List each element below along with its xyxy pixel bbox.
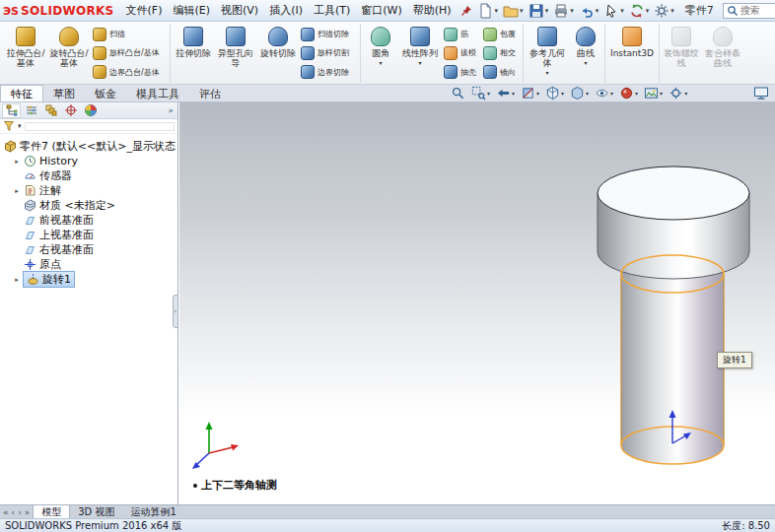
view-orientation-button[interactable]: ▾ — [543, 86, 566, 100]
tab-evaluate[interactable]: 评估 — [189, 85, 231, 101]
tab-motion-study-1[interactable]: 运动算例1 — [123, 505, 184, 518]
menu-view[interactable]: 视图(V) — [216, 1, 263, 20]
rebuild-button[interactable]: ▾ — [627, 2, 652, 20]
tree-item-front-plane[interactable]: 前视基准面 — [0, 213, 177, 228]
expand-arrow-icon[interactable]: ▸ — [13, 187, 21, 195]
hide-show-items-button[interactable]: ▾ — [593, 86, 615, 100]
tree-item-history[interactable]: ▸ History — [0, 154, 177, 168]
dimxpertmanager-tab[interactable] — [61, 103, 80, 118]
fullscreen-monitor-icon[interactable] — [753, 86, 769, 100]
rib-stack: 筋 拔模 抽壳 — [442, 24, 481, 83]
curves-button[interactable]: 曲线 ▾ — [569, 24, 602, 83]
zoom-area-button[interactable]: ▾ — [469, 86, 492, 100]
tab-model[interactable]: 模型 — [33, 505, 70, 518]
cosmetic-thread-button[interactable]: 装饰螺纹线 — [662, 24, 701, 83]
tab-3d-views[interactable]: 3D 视图 — [70, 505, 122, 518]
tree-item-top-plane[interactable]: 上视基准面 — [0, 228, 177, 242]
chevron-down-icon: ▾ — [495, 7, 499, 15]
extrude-boss-button[interactable]: 拉伸凸台/基体 — [4, 24, 47, 83]
panel-tabs-overflow-icon[interactable]: » — [168, 105, 176, 115]
revolve-cut-button[interactable]: 旋转切除 — [257, 24, 299, 83]
filter-funnel-icon[interactable] — [3, 120, 15, 132]
undo-button[interactable]: ▾ — [577, 2, 601, 20]
revolve-boss-button[interactable]: 旋转凸台/基体 — [47, 24, 91, 83]
propertymanager-tab[interactable] — [22, 103, 40, 118]
linear-pattern-button[interactable]: 线性阵列 ▾ — [398, 24, 442, 83]
menu-file[interactable]: 文件(F) — [121, 1, 168, 20]
panel-collapse-handle[interactable]: › — [173, 295, 178, 328]
tab-sketch[interactable]: 草图 — [43, 85, 85, 101]
shell-button[interactable]: 抽壳 — [442, 63, 481, 82]
tab-scroll-controls[interactable]: « ‹ › » — [0, 505, 33, 518]
boundary-boss-button[interactable]: 边界凸台/基体 — [91, 63, 168, 82]
menu-window[interactable]: 窗口(W) — [356, 1, 406, 20]
zoom-fit-button[interactable] — [449, 86, 467, 100]
menu-tools[interactable]: 工具(T) — [309, 1, 355, 20]
tab-mold-tools[interactable]: 模具工具 — [126, 85, 189, 101]
tab-scroll-next-icon[interactable]: › — [18, 507, 22, 517]
fillet-button[interactable]: 圆角 ▾ — [363, 24, 398, 83]
status-version-text: SOLIDWORKS Premium 2016 x64 版 — [5, 519, 181, 532]
tab-scroll-prev-icon[interactable]: ‹ — [12, 507, 16, 517]
chevron-down-icon: ▾ — [586, 90, 589, 97]
menu-insert[interactable]: 插入(I) — [264, 1, 308, 20]
open-button[interactable]: ▾ — [501, 2, 526, 20]
tree-item-origin[interactable]: 原点 — [0, 257, 177, 272]
display-style-button[interactable]: ▾ — [568, 86, 591, 100]
rib-button[interactable]: 筋 — [442, 25, 481, 43]
featuremanager-tree-tab[interactable] — [2, 103, 21, 118]
tree-filter-row: ▾ — [0, 119, 177, 134]
new-document-button[interactable]: ▾ — [476, 2, 501, 20]
loft-cut-button[interactable]: 放样切割 — [299, 43, 358, 62]
search-input[interactable] — [740, 5, 775, 16]
mirror-button[interactable]: 镜向 — [481, 63, 521, 82]
intersect-button[interactable]: 相交 — [481, 43, 521, 62]
view-settings-button[interactable]: ▾ — [667, 86, 689, 100]
model-scene[interactable] — [179, 102, 775, 504]
select-button[interactable]: ▾ — [601, 2, 626, 20]
edit-appearance-button[interactable]: ▾ — [617, 86, 640, 100]
sweep-boss-button[interactable]: 扫描 — [91, 25, 168, 43]
revolve1-solid[interactable] — [598, 166, 749, 464]
tab-features[interactable]: 特征 — [0, 85, 43, 101]
reference-geometry-button[interactable]: 参考几何体 ▾ — [526, 24, 569, 83]
expand-arrow-icon[interactable]: ▸ — [13, 276, 21, 284]
draft-button[interactable]: 拔模 — [442, 43, 481, 62]
hole-wizard-button[interactable]: 异型孔向导 — [214, 24, 257, 83]
print-button[interactable]: ▾ — [551, 2, 576, 20]
loft-boss-button[interactable]: 放样凸台/基体 — [91, 43, 168, 62]
apply-scene-button[interactable]: ▾ — [642, 86, 665, 100]
viewport-3d[interactable]: 旋转1 上下二等角轴测 — [179, 102, 775, 504]
expand-arrow-icon[interactable]: ▸ — [13, 158, 21, 166]
fit-spline-button[interactable]: 套合样条曲线 — [701, 24, 744, 83]
tree-item-right-plane[interactable]: 右视基准面 — [0, 242, 177, 257]
tree-item-sensors[interactable]: 传感器 — [0, 168, 177, 183]
tree-root-part[interactable]: 零件7 (默认<<默认>_显示状态 1>) — [0, 139, 177, 154]
displaymanager-tab[interactable] — [81, 103, 100, 118]
menu-edit[interactable]: 编辑(E) — [168, 1, 215, 20]
search-box[interactable]: ▾ — [723, 3, 775, 19]
section-view-button[interactable]: ▾ — [519, 86, 541, 100]
options-button[interactable]: ▾ — [652, 2, 676, 20]
tree-item-material[interactable]: 材质 <未指定> — [0, 198, 177, 213]
wrap-button[interactable]: 包覆 — [481, 25, 521, 43]
sweep-cut-button[interactable]: 扫描切除 — [299, 25, 358, 43]
menu-help[interactable]: 帮助(H) — [408, 1, 457, 20]
tab-scroll-first-icon[interactable]: « — [3, 507, 9, 517]
save-button[interactable]: ▾ — [527, 2, 551, 20]
chevron-down-icon[interactable]: ▾ — [18, 122, 22, 130]
tree-item-annotations[interactable]: ▸ 注解 — [0, 183, 177, 198]
pin-menu-icon[interactable] — [460, 5, 472, 17]
instant3d-button[interactable]: Instant3D — [607, 24, 657, 83]
tree-filter-input[interactable] — [25, 122, 175, 131]
extrude-cut-button[interactable]: 拉伸切除 — [173, 24, 214, 83]
tree-selection-highlight[interactable]: 旋转1 — [24, 272, 74, 287]
chevron-down-icon: ▾ — [512, 90, 515, 97]
tab-scroll-last-icon[interactable]: » — [25, 507, 31, 517]
tree-item-revolve1[interactable]: ▸ 旋转1 — [0, 272, 177, 287]
configurationmanager-tab[interactable] — [41, 103, 60, 118]
tab-sheet-metal[interactable]: 钣金 — [85, 85, 126, 101]
previous-view-button[interactable]: ▾ — [494, 86, 517, 100]
boundary-cut-button[interactable]: 边界切除 — [299, 63, 358, 82]
bullet-icon — [193, 484, 197, 488]
